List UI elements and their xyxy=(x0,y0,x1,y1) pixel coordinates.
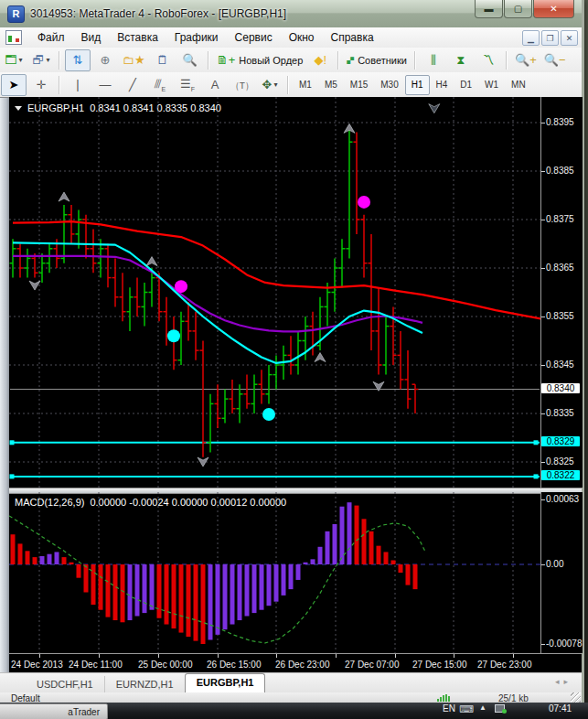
fibonacci-icon: ☰F xyxy=(180,78,195,92)
arrows-icon: ✥ xyxy=(262,79,273,91)
favorites-folder-icon: 🗀★ xyxy=(123,54,145,66)
price-tick-label: 0.8365 xyxy=(546,263,574,273)
title-bar[interactable]: R 3014953: MetaTrader 4 - RoboForex - [E… xyxy=(0,0,582,27)
favorites-button[interactable]: 🗀★ xyxy=(120,49,148,71)
chart-window-icon[interactable] xyxy=(5,30,22,45)
timeframe-M30[interactable]: M30 xyxy=(374,75,404,95)
mdi-close-button[interactable]: ✕ xyxy=(561,30,578,46)
price-tick-label: 0.8325 xyxy=(546,456,574,467)
text-label-icon: 🄣 xyxy=(236,79,248,91)
time-axis[interactable]: 24 Dec 201324 Dec 11:0025 Dec 00:0026 De… xyxy=(9,653,582,673)
macd-canvas[interactable] xyxy=(9,492,540,653)
new-order-icon: 🗎+ xyxy=(217,54,236,66)
profiles-button[interactable]: 🗗 xyxy=(28,49,54,71)
line-chart-mode-button[interactable]: 〽 xyxy=(476,49,501,71)
advisors-label: Советники xyxy=(358,55,407,66)
price-marker-label: 0.8340 xyxy=(541,383,580,393)
bar-chart-mode-button[interactable]: ⫼ xyxy=(421,49,446,71)
market-watch-button[interactable]: ⇅ xyxy=(65,49,91,71)
terminal-button[interactable]: 🗒 xyxy=(150,49,176,71)
timeframe-D1[interactable]: D1 xyxy=(454,75,478,95)
zoom-out-icon: 🔍− xyxy=(544,54,566,66)
expert-advisors-button[interactable]: 🙾 Советники xyxy=(344,49,410,71)
time-label: 25 Dec 00:00 xyxy=(138,660,193,670)
mdi-restore-button[interactable]: ❐ xyxy=(541,30,559,46)
time-label: 27 Dec 07:00 xyxy=(345,660,400,670)
navigator-icon: ⊕ xyxy=(101,54,111,66)
time-tick xyxy=(395,654,396,658)
arrows-button[interactable]: ✥ xyxy=(257,74,283,96)
time-tick xyxy=(158,654,159,658)
resize-grip[interactable] xyxy=(571,692,581,703)
line-chart-icon: 〽 xyxy=(482,54,494,66)
time-tick xyxy=(276,654,277,658)
close-button[interactable]: ✕ xyxy=(533,0,574,18)
text-label-button[interactable]: 🄣 xyxy=(230,74,255,96)
zoom-in-icon: 🔍+ xyxy=(515,54,537,66)
minimize-button[interactable]: ▬ xyxy=(475,0,503,18)
maximize-button[interactable]: ▢ xyxy=(504,0,532,18)
menu-item-Графики[interactable]: Графики xyxy=(166,29,227,46)
zoom-out-button[interactable]: 🔍− xyxy=(541,49,569,71)
fibonacci-button[interactable]: ☰F xyxy=(175,74,200,96)
cursor-button[interactable]: ➤ xyxy=(1,74,27,96)
chart-tab-EURNZD,H1[interactable]: EURNZD,H1 xyxy=(104,676,185,693)
vertical-line-icon: ❘ xyxy=(73,79,83,91)
menu-item-Файл[interactable]: Файл xyxy=(29,29,73,46)
taskbar-app-button[interactable]: aTrader xyxy=(0,703,108,719)
timeframe-H1[interactable]: H1 xyxy=(405,75,430,95)
network-icon[interactable] xyxy=(495,703,507,714)
menu-item-Окно[interactable]: Окно xyxy=(281,29,323,46)
alerts-button[interactable]: ◆! xyxy=(307,49,333,71)
chart-tab-USDCHF,H1[interactable]: USDCHF,H1 xyxy=(26,676,104,693)
chart-tab-EURGBP,H1[interactable]: EURGBP,H1 xyxy=(185,673,266,693)
zoom-in-button[interactable]: 🔍+ xyxy=(512,49,540,71)
text-button[interactable]: A xyxy=(202,74,228,96)
timeframe-MN[interactable]: MN xyxy=(505,75,532,95)
navigator-button[interactable]: ⊕ xyxy=(92,49,118,71)
traffic-bars-icon xyxy=(437,694,450,702)
vertical-line-button[interactable]: ❘ xyxy=(65,74,91,96)
price-chart-canvas[interactable] xyxy=(9,97,540,488)
timeframe-H4[interactable]: H4 xyxy=(430,75,454,95)
crosshair-button[interactable]: ✛ xyxy=(28,74,54,96)
horizontal-line-button[interactable]: — xyxy=(92,74,118,96)
price-tick-label: 0.8345 xyxy=(546,360,574,370)
terminal-list-icon: 🗒 xyxy=(156,54,168,66)
new-order-button[interactable]: 🗎+ Новый Ордер xyxy=(214,49,306,71)
menu-item-Справка[interactable]: Справка xyxy=(323,29,382,46)
tray-expand-icon[interactable]: ▲ xyxy=(479,703,486,712)
price-tick-label: 0.8395 xyxy=(546,117,574,127)
timeframe-W1[interactable]: W1 xyxy=(478,75,505,95)
macd-level-label: 0.00 xyxy=(546,559,563,569)
taskbar-clock[interactable]: 07:41 xyxy=(549,703,572,714)
keyboard-icon[interactable]: ⌨ xyxy=(459,703,474,715)
app-icon: R xyxy=(7,5,25,23)
menu-item-Сервис[interactable]: Сервис xyxy=(227,29,281,46)
profile-name: Default xyxy=(11,693,40,703)
price-marker-label: 0.8322 xyxy=(541,470,580,480)
menu-item-Вид[interactable]: Вид xyxy=(73,29,110,46)
macd-level-label: -0.00078 xyxy=(546,639,582,649)
trendline-button[interactable]: ╱ xyxy=(120,74,145,96)
timeframe-M15[interactable]: M15 xyxy=(344,75,374,95)
horizontal-line-icon: — xyxy=(100,79,112,91)
mdi-minimize-button[interactable]: ▁ xyxy=(522,30,540,46)
window-title: 3014953: MetaTrader 4 - RoboForex - [EUR… xyxy=(30,7,286,20)
new-chart-icon: 🗔 xyxy=(5,54,16,66)
language-indicator[interactable]: EN xyxy=(443,703,455,714)
macd-axis[interactable]: 0.000630.00-0.00078 xyxy=(540,492,583,653)
time-label: 27 Dec 23:00 xyxy=(477,660,532,670)
price-axis[interactable]: 0.83950.83850.83750.83650.83550.83450.83… xyxy=(540,97,583,488)
time-tick xyxy=(336,654,337,658)
timeframe-M5[interactable]: M5 xyxy=(318,75,344,95)
strategy-tester-button[interactable]: 🔍 xyxy=(177,49,203,71)
advisors-icon: 🙾 xyxy=(347,54,354,66)
profiles-icon: 🗗 xyxy=(32,54,44,66)
equidistant-channel-button[interactable]: ⫻E xyxy=(147,74,173,96)
timeframe-M1[interactable]: M1 xyxy=(293,75,318,95)
menu-item-Вставка[interactable]: Вставка xyxy=(109,29,166,46)
new-chart-button[interactable]: 🗔 xyxy=(1,49,27,71)
candlestick-mode-button[interactable]: ⧗ xyxy=(448,49,474,71)
tab-scroll-arrows[interactable]: ◂▸ xyxy=(555,677,572,686)
